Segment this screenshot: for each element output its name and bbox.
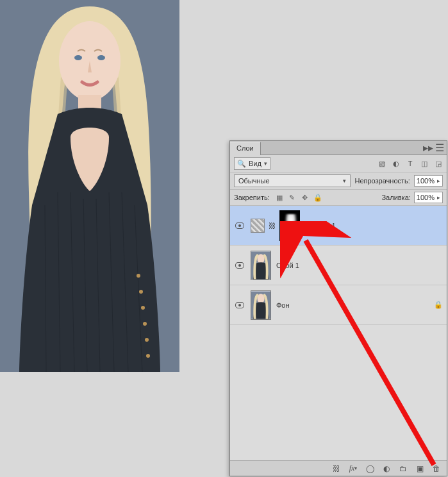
tab-layers[interactable]: Слои (230, 142, 261, 155)
visibility-toggle[interactable] (234, 302, 245, 308)
lock-all-icon[interactable]: 🔒 (313, 193, 322, 202)
filter-type-icon[interactable]: T (406, 159, 415, 168)
svg-point-17 (145, 338, 149, 342)
blend-mode-value: Обычные (238, 177, 270, 185)
filter-shape-icon[interactable]: ◫ (420, 159, 429, 168)
filter-smart-icon[interactable]: ◲ (434, 159, 443, 168)
fill-label: Заливка: (381, 194, 410, 201)
opacity-value: 100% (417, 177, 435, 185)
eye-icon (235, 302, 244, 308)
curves-adjustment-thumb[interactable] (251, 219, 265, 233)
lock-label: Закрепить: (234, 194, 270, 201)
blend-row: Обычные Непрозрачность: 100% (230, 172, 447, 190)
lock-icon: 🔒 (434, 301, 443, 310)
adjustment-layer-button[interactable]: ◐ (381, 464, 392, 474)
layer-thumb[interactable] (251, 290, 271, 320)
layer-row-curves[interactable]: ⛓ Кривые 1 (230, 206, 447, 246)
lock-pixels-icon[interactable]: ✎ (288, 193, 297, 202)
filter-pixel-icon[interactable]: ▧ (377, 159, 386, 168)
fill-field[interactable]: 100% (414, 192, 443, 203)
layer-thumb[interactable] (251, 251, 271, 280)
eye-icon (235, 262, 244, 269)
filter-adjustment-icon[interactable]: ◐ (392, 159, 401, 168)
panel-footer: ⛓ fx▾ ◯ ◐ 🗀 ▣ 🗑 (230, 460, 447, 476)
search-icon: 🔍 (237, 160, 246, 168)
chevron-down-icon: ▾ (264, 160, 267, 167)
opacity-field[interactable]: 100% (414, 175, 443, 187)
layer-filter-dropdown[interactable]: 🔍 Вид ▾ (234, 157, 270, 170)
svg-point-15 (141, 306, 145, 310)
collapse-icon[interactable]: ▸▸ (424, 144, 433, 153)
panel-tabstrip: Слои ▸▸ ☰ (230, 141, 447, 155)
eye-icon (235, 222, 244, 229)
layer-mask-thumb[interactable] (279, 210, 300, 241)
layer-filter-row: 🔍 Вид ▾ ▧ ◐ T ◫ ◲ (230, 155, 447, 172)
fill-value: 100% (417, 194, 435, 201)
lock-position-icon[interactable]: ✥ (301, 193, 310, 202)
new-layer-button[interactable]: ▣ (415, 464, 425, 474)
svg-point-3 (97, 55, 105, 60)
delete-layer-button[interactable]: 🗑 (431, 464, 442, 474)
link-layers-button[interactable]: ⛓ (331, 464, 342, 474)
group-button[interactable]: 🗀 (398, 464, 408, 474)
layer-row-layer1[interactable]: Слой 1 (230, 246, 447, 285)
panel-menu-icon[interactable]: ☰ (435, 144, 444, 153)
layer-name[interactable]: Фон (276, 301, 429, 309)
lock-row: Закрепить: ▦ ✎ ✥ 🔒 Заливка: 100% (230, 190, 447, 206)
layer-name[interactable]: Слой 1 (276, 262, 443, 269)
svg-point-16 (143, 322, 147, 326)
visibility-toggle[interactable] (234, 222, 245, 229)
lock-transparency-icon[interactable]: ▦ (275, 193, 284, 202)
svg-point-14 (139, 290, 143, 294)
layers-panel: Слои ▸▸ ☰ 🔍 Вид ▾ ▧ ◐ T ◫ ◲ Обычные Непр… (229, 140, 447, 476)
layer-name[interactable]: Кривые 1 (305, 222, 443, 230)
document-canvas[interactable] (0, 0, 179, 372)
filter-label: Вид (249, 160, 261, 167)
opacity-label: Непрозрачность: (354, 177, 410, 185)
blend-mode-dropdown[interactable]: Обычные (234, 174, 351, 187)
svg-point-13 (137, 274, 140, 278)
layer-list: ⛓ Кривые 1 Слой 1 Фон 🔒 (230, 206, 447, 460)
svg-point-2 (74, 55, 82, 60)
mask-link-icon[interactable]: ⛓ (269, 222, 276, 230)
layer-row-background[interactable]: Фон 🔒 (230, 285, 447, 325)
layer-mask-button[interactable]: ◯ (365, 464, 375, 474)
svg-point-18 (146, 354, 150, 358)
visibility-toggle[interactable] (234, 262, 245, 269)
layer-style-button[interactable]: fx▾ (348, 464, 358, 474)
